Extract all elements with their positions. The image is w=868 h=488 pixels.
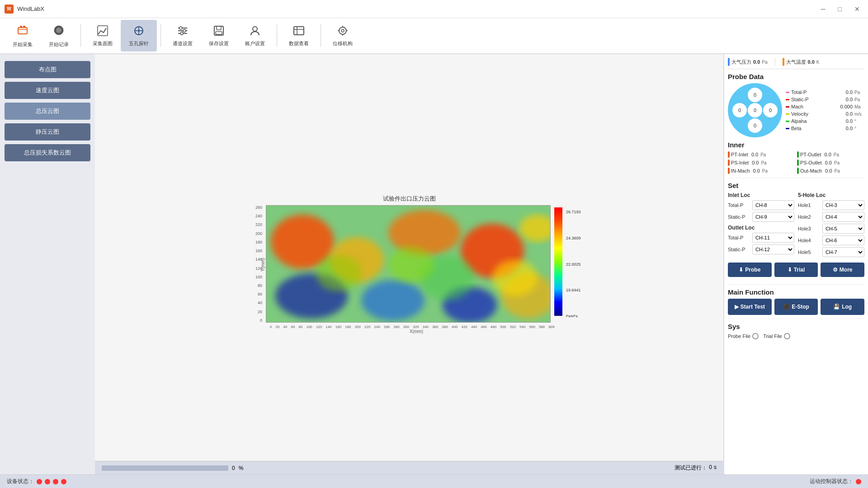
svg-point-4 (56, 28, 61, 33)
probe-hole-top: 0 (748, 88, 762, 102)
stop-icon: ⬛ (783, 304, 790, 310)
svg-point-42 (388, 246, 434, 282)
maximize-button[interactable]: □ (835, 4, 845, 14)
svg-point-39 (316, 255, 361, 291)
trial-button[interactable]: ⬇ Trial (774, 263, 818, 277)
toolbar-item-start-collect[interactable]: 开始采集 (5, 20, 41, 52)
inner-ps-inlet: PS-Inlet 0.0 Pa (728, 160, 795, 166)
toolbar-item-start-record[interactable]: 开始记录 (41, 20, 77, 52)
toolbar-item-collect-surface[interactable]: 采集面图 (85, 20, 121, 52)
e-stop-button[interactable]: ⬛ E-Stop (774, 299, 818, 315)
status-bar: 设备状态： 运动控制器状态： (0, 474, 868, 488)
minimize-button[interactable]: ─ (817, 4, 829, 14)
atmosphere-temperature: 大气温度 0.0 K (783, 58, 820, 66)
progress-bar-area: 0 % 测试已进行： 0 s (95, 461, 723, 474)
device-status-label: 设备状态： (7, 478, 34, 485)
metric-total-p: Total-P 0.0 Pa (786, 89, 864, 95)
status-dot-3 (53, 479, 58, 484)
svg-point-19 (253, 27, 257, 31)
probe-file-radio[interactable] (752, 333, 759, 339)
probe-hole-right: 0 (763, 103, 778, 117)
svg-point-13 (179, 27, 182, 29)
svg-rect-5 (98, 26, 108, 36)
log-button[interactable]: 💾 Log (821, 299, 864, 315)
toolbar-item-save-settings[interactable]: 保存设置 (201, 20, 237, 52)
toolbar-divider-4 (321, 24, 321, 47)
title-bar: W WindLabX ─ □ ✕ (0, 0, 868, 18)
progress-track (102, 465, 228, 471)
sys-files-row: Probe File Trial File (728, 333, 864, 339)
outlet-total-p-row: Total-P CH-11 (728, 233, 794, 243)
title-bar-left: W WindLabX (5, 5, 44, 14)
inlet-total-p-select[interactable]: CH-8 (752, 200, 794, 210)
metric-static-p: Static-P 0.0 Pa (786, 97, 864, 102)
inner-out-mach: Out-Mach 0.0 Pa (797, 168, 864, 174)
progress-unit: % (239, 465, 244, 471)
toolbar-item-channel-settings[interactable]: 通道设置 (165, 20, 201, 52)
test-status: 测试已进行： 0 s (675, 464, 717, 472)
outlet-total-p-select[interactable]: CH-11 (752, 233, 794, 243)
svg-rect-20 (294, 27, 304, 35)
start-test-button[interactable]: ▶ Start Test (728, 299, 772, 315)
sidebar-btn-total-pressure-loss[interactable]: 总压损失系数云图 (5, 144, 90, 161)
toolbar-divider-1 (80, 24, 81, 47)
motion-status-label: 运动控制器状态： (810, 478, 853, 485)
probe-file-item: Probe File (728, 333, 759, 339)
toolbar-group-2: 采集面图 五孔探针 (85, 20, 157, 52)
hole1-select[interactable]: CH-3 (822, 200, 864, 210)
sidebar-btn-static-pressure-cloud[interactable]: 静压云图 (5, 123, 90, 141)
chart-title: 试验件出口压力云图 (255, 195, 563, 203)
toolbar-item-account-settings[interactable]: 账户设置 (237, 20, 273, 52)
inner-section: Inner PT-Inlet 0.0 Pa PT-Outlet 0.0 Pa P… (728, 141, 864, 178)
svg-point-32 (388, 210, 461, 255)
hole4-row: Hole4 CH-6 (798, 235, 864, 245)
svg-point-36 (361, 280, 425, 321)
five-hole-loc-title: 5-Hole Loc (798, 192, 864, 198)
hole5-select[interactable]: CH-7 (822, 247, 864, 257)
toolbar-item-data-view[interactable]: 数据查看 (281, 20, 317, 52)
probe-metrics: Total-P 0.0 Pa Static-P 0.0 Pa Mach 0.00… (786, 83, 864, 137)
metric-beta: Beta 0.0 ° (786, 126, 864, 131)
svg-rect-18 (216, 32, 222, 34)
test-status-value: 0 (709, 464, 712, 472)
hole3-select[interactable]: CH-5 (822, 224, 864, 234)
test-status-unit: s (714, 464, 717, 472)
toolbar-item-position-mechanism[interactable]: 位移机构 (325, 20, 361, 52)
trial-file-radio[interactable] (784, 333, 790, 339)
sidebar-btn-dot-map[interactable]: 布点图 (5, 61, 90, 78)
five-hole-col: 5-Hole Loc Hole1 CH-3 Hole2 CH-4 (798, 192, 864, 259)
svg-point-15 (180, 32, 183, 35)
svg-point-9 (138, 30, 140, 32)
hole4-select[interactable]: CH-6 (822, 235, 864, 245)
toolbar-label-channel-settings: 通道设置 (173, 40, 193, 47)
toolbar-item-five-hole-probe[interactable]: 五孔探针 (121, 20, 157, 52)
colorbar-mid1: 24.3609 (566, 236, 581, 240)
outlet-static-p-select[interactable]: CH-12 (752, 244, 794, 254)
outlet-static-p-row: Static-P CH-12 (728, 244, 794, 254)
close-button[interactable]: ✕ (851, 4, 863, 14)
toolbar-group: 开始采集 开始记录 (5, 20, 77, 52)
sidebar-btn-total-pressure-cloud[interactable]: 总压云图 (5, 103, 90, 120)
colorbar-mid2: 22.0025 (566, 262, 581, 267)
chart-container: 试验件出口压力云图 260 240 220 200 180 160 140 12… (255, 195, 563, 334)
sidebar-btn-velocity-cloud[interactable]: 速度云图 (5, 82, 90, 99)
metric-mach: Mach 0.000 Ma (786, 104, 864, 109)
hole2-select[interactable]: CH-4 (822, 212, 864, 222)
main-function-section: Main Function ▶ Start Test ⬛ E-Stop 💾 Lo… (728, 288, 864, 319)
y-axis-label: Y(mm) (260, 258, 265, 272)
toolbar-label-collect-surface: 采集面图 (93, 40, 113, 47)
probe-button[interactable]: ⬇ Probe (728, 263, 772, 277)
more-button[interactable]: ⚙ More (821, 263, 864, 277)
start-icon: ▶ (735, 304, 739, 310)
colorbar-unit: Pa/kPa (566, 314, 581, 318)
toolbar-label-account-settings: 账户设置 (245, 40, 265, 47)
inlet-static-p-select[interactable]: CH-9 (752, 212, 794, 222)
toolbar-label-start-collect: 开始采集 (13, 41, 33, 48)
motion-controller-status: 运动控制器状态： (810, 478, 861, 485)
main-function-title: Main Function (728, 288, 864, 296)
x-axis-label: X(mm) (270, 329, 563, 334)
svg-rect-17 (217, 26, 221, 30)
svg-rect-0 (18, 28, 27, 34)
progress-value: 0 (232, 465, 235, 471)
toolbar-label-five-hole-probe: 五孔探针 (129, 40, 149, 47)
